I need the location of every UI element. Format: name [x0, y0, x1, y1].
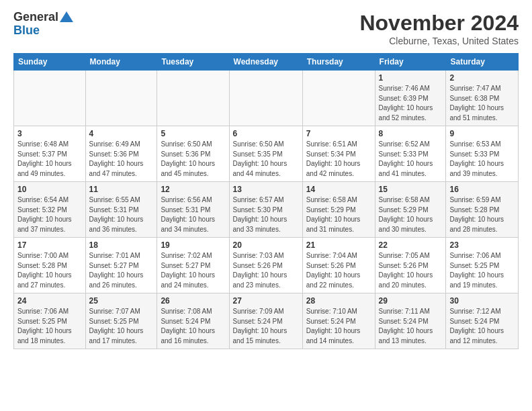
month-title: November 2024 — [359, 11, 519, 36]
calendar-cell: 16Sunrise: 6:59 AMSunset: 5:28 PMDayligh… — [446, 182, 519, 238]
day-info: Sunrise: 7:03 AMSunset: 5:26 PMDaylight:… — [233, 251, 299, 290]
calendar-cell — [229, 71, 302, 126]
calendar-cell — [302, 71, 375, 126]
calendar-cell: 15Sunrise: 6:58 AMSunset: 5:29 PMDayligh… — [375, 182, 446, 238]
main-container: General Blue November 2024 Cleburne, Tex… — [0, 0, 532, 356]
svg-marker-0 — [60, 11, 73, 22]
day-info: Sunrise: 7:06 AMSunset: 5:25 PMDaylight:… — [449, 251, 515, 290]
day-number: 13 — [233, 185, 299, 194]
day-number: 29 — [379, 296, 443, 306]
day-info: Sunrise: 7:47 AMSunset: 6:38 PMDaylight:… — [449, 84, 515, 123]
day-info: Sunrise: 6:50 AMSunset: 5:35 PMDaylight:… — [233, 140, 299, 179]
calendar-cell: 28Sunrise: 7:10 AMSunset: 5:24 PMDayligh… — [302, 293, 375, 349]
day-number: 16 — [449, 185, 515, 194]
day-info: Sunrise: 6:55 AMSunset: 5:31 PMDaylight:… — [89, 195, 154, 234]
day-info: Sunrise: 7:11 AMSunset: 5:24 PMDaylight:… — [379, 307, 443, 346]
calendar-cell: 29Sunrise: 7:11 AMSunset: 5:24 PMDayligh… — [375, 293, 446, 349]
calendar-cell — [85, 71, 157, 126]
day-number: 17 — [17, 240, 82, 250]
day-info: Sunrise: 6:50 AMSunset: 5:36 PMDaylight:… — [161, 140, 225, 179]
day-number: 5 — [161, 129, 225, 138]
day-number: 20 — [233, 240, 299, 250]
calendar-cell: 23Sunrise: 7:06 AMSunset: 5:25 PMDayligh… — [446, 238, 519, 293]
day-info: Sunrise: 6:56 AMSunset: 5:31 PMDaylight:… — [161, 195, 225, 234]
day-number: 9 — [449, 129, 515, 138]
calendar-table: Sunday Monday Tuesday Wednesday Thursday… — [13, 53, 519, 349]
day-info: Sunrise: 6:54 AMSunset: 5:32 PMDaylight:… — [17, 195, 82, 234]
day-number: 11 — [89, 185, 154, 194]
col-sunday: Sunday — [14, 54, 86, 71]
day-info: Sunrise: 6:58 AMSunset: 5:29 PMDaylight:… — [379, 195, 443, 234]
day-info: Sunrise: 7:06 AMSunset: 5:25 PMDaylight:… — [17, 307, 82, 346]
calendar-cell: 11Sunrise: 6:55 AMSunset: 5:31 PMDayligh… — [85, 182, 157, 238]
day-number: 26 — [161, 296, 225, 306]
header-section: General Blue November 2024 Cleburne, Tex… — [13, 11, 519, 46]
calendar-cell: 19Sunrise: 7:02 AMSunset: 5:27 PMDayligh… — [157, 238, 229, 293]
calendar-cell: 22Sunrise: 7:05 AMSunset: 5:26 PMDayligh… — [375, 238, 446, 293]
calendar-cell: 12Sunrise: 6:56 AMSunset: 5:31 PMDayligh… — [157, 182, 229, 238]
logo: General Blue — [13, 11, 73, 38]
calendar-cell: 7Sunrise: 6:51 AMSunset: 5:34 PMDaylight… — [302, 126, 375, 182]
day-number: 30 — [449, 296, 515, 306]
logo-general: General — [13, 11, 58, 24]
day-number: 12 — [161, 185, 225, 194]
calendar-cell: 27Sunrise: 7:09 AMSunset: 5:24 PMDayligh… — [229, 293, 302, 349]
day-number: 28 — [306, 296, 371, 306]
day-info: Sunrise: 6:51 AMSunset: 5:34 PMDaylight:… — [306, 140, 371, 179]
calendar-cell: 2Sunrise: 7:47 AMSunset: 6:38 PMDaylight… — [446, 71, 519, 126]
logo-icon — [60, 11, 73, 22]
day-number: 27 — [233, 296, 299, 306]
day-info: Sunrise: 7:09 AMSunset: 5:24 PMDaylight:… — [233, 307, 299, 346]
day-number: 4 — [89, 129, 154, 138]
day-number: 7 — [306, 129, 371, 138]
day-number: 10 — [17, 185, 82, 194]
day-info: Sunrise: 6:59 AMSunset: 5:28 PMDaylight:… — [449, 195, 515, 234]
day-info: Sunrise: 7:02 AMSunset: 5:27 PMDaylight:… — [161, 251, 225, 290]
calendar-cell: 13Sunrise: 6:57 AMSunset: 5:30 PMDayligh… — [229, 182, 302, 238]
calendar-cell: 30Sunrise: 7:12 AMSunset: 5:24 PMDayligh… — [446, 293, 519, 349]
col-saturday: Saturday — [446, 54, 519, 71]
day-number: 6 — [233, 129, 299, 138]
title-section: November 2024 Cleburne, Texas, United St… — [359, 11, 519, 46]
day-info: Sunrise: 6:53 AMSunset: 5:33 PMDaylight:… — [449, 140, 515, 179]
day-info: Sunrise: 7:12 AMSunset: 5:24 PMDaylight:… — [449, 307, 515, 346]
col-wednesday: Wednesday — [229, 54, 302, 71]
day-number: 8 — [379, 129, 443, 138]
location-text: Cleburne, Texas, United States — [359, 36, 519, 46]
day-number: 3 — [17, 129, 82, 138]
calendar-cell: 20Sunrise: 7:03 AMSunset: 5:26 PMDayligh… — [229, 238, 302, 293]
day-number: 21 — [306, 240, 371, 250]
day-number: 2 — [449, 73, 515, 83]
calendar-cell: 5Sunrise: 6:50 AMSunset: 5:36 PMDaylight… — [157, 126, 229, 182]
calendar-week-3: 10Sunrise: 6:54 AMSunset: 5:32 PMDayligh… — [14, 182, 519, 238]
calendar-week-1: 1Sunrise: 7:46 AMSunset: 6:39 PMDaylight… — [14, 71, 519, 126]
day-number: 25 — [89, 296, 154, 306]
calendar-cell: 8Sunrise: 6:52 AMSunset: 5:33 PMDaylight… — [375, 126, 446, 182]
day-number: 15 — [379, 185, 443, 194]
calendar-cell: 24Sunrise: 7:06 AMSunset: 5:25 PMDayligh… — [14, 293, 86, 349]
day-info: Sunrise: 6:52 AMSunset: 5:33 PMDaylight:… — [379, 140, 443, 179]
day-info: Sunrise: 7:08 AMSunset: 5:24 PMDaylight:… — [161, 307, 225, 346]
calendar-cell: 18Sunrise: 7:01 AMSunset: 5:27 PMDayligh… — [85, 238, 157, 293]
day-info: Sunrise: 7:04 AMSunset: 5:26 PMDaylight:… — [306, 251, 371, 290]
calendar-header: Sunday Monday Tuesday Wednesday Thursday… — [14, 54, 519, 71]
logo-blue: Blue — [13, 24, 40, 38]
day-number: 14 — [306, 185, 371, 194]
calendar-cell: 25Sunrise: 7:07 AMSunset: 5:25 PMDayligh… — [85, 293, 157, 349]
calendar-cell: 1Sunrise: 7:46 AMSunset: 6:39 PMDaylight… — [375, 71, 446, 126]
calendar-cell: 10Sunrise: 6:54 AMSunset: 5:32 PMDayligh… — [14, 182, 86, 238]
calendar-week-5: 24Sunrise: 7:06 AMSunset: 5:25 PMDayligh… — [14, 293, 519, 349]
col-monday: Monday — [85, 54, 157, 71]
day-number: 22 — [379, 240, 443, 250]
calendar-week-2: 3Sunrise: 6:48 AMSunset: 5:37 PMDaylight… — [14, 126, 519, 182]
col-thursday: Thursday — [302, 54, 375, 71]
day-number: 24 — [17, 296, 82, 306]
calendar-cell: 6Sunrise: 6:50 AMSunset: 5:35 PMDaylight… — [229, 126, 302, 182]
day-number: 1 — [379, 73, 443, 83]
calendar-cell: 26Sunrise: 7:08 AMSunset: 5:24 PMDayligh… — [157, 293, 229, 349]
day-info: Sunrise: 6:58 AMSunset: 5:29 PMDaylight:… — [306, 195, 371, 234]
calendar-cell — [157, 71, 229, 126]
day-number: 23 — [449, 240, 515, 250]
day-info: Sunrise: 7:07 AMSunset: 5:25 PMDaylight:… — [89, 307, 154, 346]
calendar-cell: 9Sunrise: 6:53 AMSunset: 5:33 PMDaylight… — [446, 126, 519, 182]
